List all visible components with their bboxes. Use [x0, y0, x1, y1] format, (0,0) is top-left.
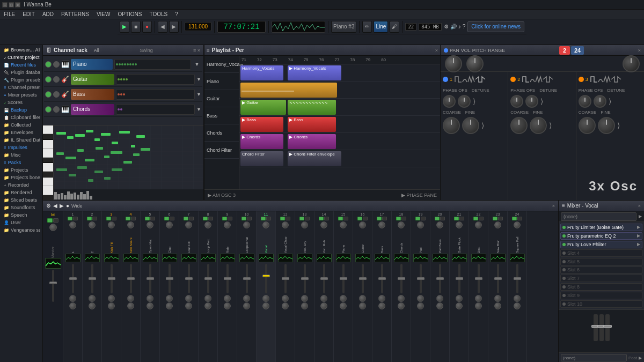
send-fader-1[interactable]: [594, 314, 598, 341]
track-pan-14[interactable]: [320, 221, 327, 228]
channel-pattern-guitar[interactable]: [116, 74, 195, 85]
track-fader-22[interactable]: [478, 264, 480, 293]
track-fader-thumb-19[interactable]: [417, 277, 425, 280]
mixer-panel-close[interactable]: ×: [638, 203, 641, 209]
master-label[interactable]: Master: [51, 231, 55, 258]
track-active-20[interactable]: [435, 217, 440, 220]
track-mute-3[interactable]: [112, 217, 116, 220]
track-knob3-1[interactable]: [69, 302, 76, 309]
guitar-instrument-icon[interactable]: 🎸: [61, 76, 69, 83]
pitch-range-knob[interactable]: [623, 55, 640, 72]
track-label-16[interactable]: Guitar: [361, 229, 364, 253]
track-num-6[interactable]: 6: [169, 212, 171, 216]
channel-active-guitar[interactable]: [45, 76, 52, 83]
track-fader-thumb-23[interactable]: [494, 277, 502, 280]
track-fader-6[interactable]: [169, 264, 171, 293]
track-fader-thumb-18[interactable]: [398, 277, 405, 280]
track-mute-22[interactable]: [479, 217, 484, 220]
osc-1-fine-knob[interactable]: [462, 117, 479, 134]
track-fader-thumb-2[interactable]: [89, 277, 96, 280]
track-mute-14[interactable]: [324, 217, 329, 220]
post-arrow[interactable]: ▶: [639, 356, 642, 360]
osc-2-detune-knob[interactable]: [525, 95, 538, 108]
track-knob2-14[interactable]: [320, 295, 327, 302]
track-knob2-9[interactable]: [224, 295, 231, 302]
track-knob3-6[interactable]: [166, 302, 173, 309]
track-fader-17[interactable]: [381, 264, 383, 293]
sidebar-item-vengeance[interactable]: 📁 Vengeance samples: [2, 226, 40, 234]
sidebar-item-current-project[interactable]: ♪ Current project: [2, 54, 40, 61]
track-fader-thumb-24[interactable]: [514, 277, 521, 280]
track-fader-thumb-8[interactable]: [204, 277, 212, 280]
track-num-20[interactable]: 20: [438, 212, 442, 216]
osc-3-detune-knob[interactable]: [594, 95, 606, 108]
track-label-23[interactable]: Saw Blur: [496, 229, 500, 253]
track-knob2-1[interactable]: [69, 295, 76, 302]
pl-block-bass-1[interactable]: ▶ Bass: [240, 117, 283, 132]
track-fader-11[interactable]: [265, 264, 267, 293]
track-knob2-15[interactable]: [340, 295, 347, 302]
sidebar-item-impulses[interactable]: ≡ Impulses: [2, 144, 40, 151]
track-active-17[interactable]: [377, 217, 382, 220]
synth-close[interactable]: ×: [638, 48, 641, 53]
osc-3-phase-knob[interactable]: [579, 95, 591, 108]
track-label-21[interactable]: Gate Pluck: [458, 229, 461, 253]
effect-slot-7[interactable]: Slot 7: [560, 275, 642, 282]
channel-mute-piano[interactable]: [53, 61, 60, 68]
sidebar-item-clipboard[interactable]: 📋 Clipboard files: [2, 114, 40, 121]
master-num[interactable]: M: [51, 212, 55, 217]
effect-slot-6[interactable]: Slot 6: [560, 267, 642, 274]
track-knob2-8[interactable]: [204, 295, 211, 302]
track-fader-thumb-1[interactable]: [69, 277, 77, 280]
track-mute-19[interactable]: [421, 217, 426, 220]
track-num-13[interactable]: 13: [303, 212, 307, 216]
track-mute-4[interactable]: [131, 217, 136, 220]
track-knob3-18[interactable]: [398, 302, 405, 309]
track-fader-20[interactable]: [439, 264, 441, 293]
master-mute[interactable]: [53, 218, 58, 223]
track-fader-24[interactable]: [516, 264, 518, 293]
channel-active-chords[interactable]: [45, 106, 52, 113]
pl-block-chord-filter-1[interactable]: Chord Filter: [240, 151, 283, 166]
sidebar-item-collected[interactable]: 📁 Collected: [2, 121, 40, 129]
track-knob3-20[interactable]: [436, 302, 443, 309]
track-knob2-24[interactable]: [514, 295, 521, 302]
track-mute-6[interactable]: [170, 217, 174, 220]
track-pan-22[interactable]: [475, 221, 482, 228]
close-button[interactable]: ×: [15, 2, 20, 8]
track-fader-thumb-9[interactable]: [224, 277, 231, 280]
track-mute-20[interactable]: [440, 217, 445, 220]
track-fader-3[interactable]: [111, 264, 113, 293]
track-pan-16[interactable]: [359, 221, 366, 228]
track-knob2-12[interactable]: [282, 295, 289, 302]
osc-1-detune-knob[interactable]: [458, 95, 471, 108]
track-knob3-4[interactable]: [127, 302, 134, 309]
track-knob2-17[interactable]: [378, 295, 385, 302]
channel-name-guitar[interactable]: Guitar: [71, 74, 114, 85]
vol-knob[interactable]: [466, 55, 484, 72]
pl-block-chords-2[interactable]: ▶ Chords: [288, 134, 336, 149]
track-knob2-16[interactable]: [359, 295, 366, 302]
sidebar-item-misc[interactable]: 📁 Misc: [2, 151, 40, 159]
track-knob3-12[interactable]: [282, 302, 289, 309]
pl-block-harmony-2[interactable]: ▶ Harmony_Vocals: [288, 65, 341, 80]
track-fader-thumb-11[interactable]: [262, 275, 270, 277]
track-knob3-22[interactable]: [475, 302, 482, 309]
menu-tools[interactable]: TOOLS: [148, 11, 169, 17]
track-knob3-5[interactable]: [147, 302, 153, 309]
track-mute-1[interactable]: [73, 217, 78, 220]
post-none-dropdown-1[interactable]: (none): [561, 354, 627, 361]
sidebar-item-mixer-presets[interactable]: ≡ Mixer presets: [2, 91, 40, 99]
track-fader-thumb-20[interactable]: [436, 277, 444, 280]
track-label-15[interactable]: Piano: [342, 229, 345, 253]
menu-help[interactable]: ?: [173, 11, 180, 17]
sidebar-item-recent-files[interactable]: 📄 Recent files: [2, 61, 40, 69]
track-knob2-21[interactable]: [456, 295, 463, 302]
sidebar-item-scores[interactable]: ♪ Scores: [2, 99, 40, 106]
track-num-15[interactable]: 15: [341, 212, 346, 216]
track-label-18[interactable]: Chords: [400, 229, 403, 253]
step-seq-prev[interactable]: ◀: [53, 203, 57, 209]
track-num-23[interactable]: 23: [496, 212, 500, 216]
track-fader-thumb-7[interactable]: [185, 277, 193, 280]
track-active-13[interactable]: [299, 217, 304, 220]
